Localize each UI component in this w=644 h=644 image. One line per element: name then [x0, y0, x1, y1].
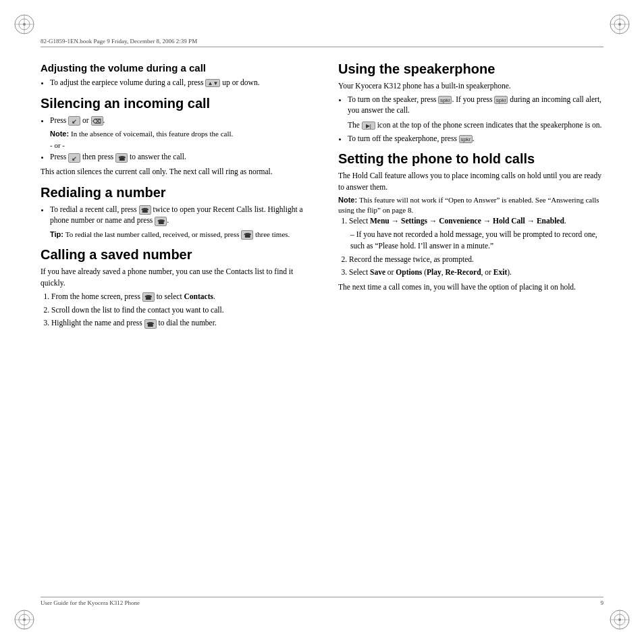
section-silencing: Silencing an incoming call Press ↙ or ⌫.…	[41, 95, 306, 178]
note-text-2: This feature will not work if “Open to A…	[338, 196, 599, 214]
corner-decoration-br	[608, 608, 632, 632]
section-title-silencing: Silencing an incoming call	[41, 95, 306, 111]
note-label-1: Note:	[50, 130, 69, 138]
hold-calls-substep: – If you have not recorded a hold messag…	[350, 229, 603, 251]
section-title-redialing: Redialing a number	[41, 184, 306, 200]
speakerphone-list: To turn on the speaker, press spkr. If y…	[338, 94, 603, 116]
header-bar: 82-G1859-1EN.book Page 9 Friday, Decembe…	[41, 38, 603, 47]
hold-calls-intro: The Hold Call feature allows you to plac…	[338, 170, 603, 192]
save-label: Save	[370, 268, 385, 276]
silencing-description: This action silences the current call on…	[41, 166, 306, 178]
corner-decoration-tr	[608, 12, 632, 36]
speakerphone-note-text: The ▶| icon at the top of the phone scre…	[348, 119, 603, 131]
header-text: 82-G1859-1EN.book Page 9 Friday, Decembe…	[41, 38, 197, 45]
adjusting-volume-list: To adjust the earpiece volume during a c…	[41, 77, 306, 88]
spkr-on-icon-2: spkr	[494, 96, 508, 104]
section-hold-calls: Setting the phone to hold calls The Hold…	[338, 151, 603, 292]
speakerphone-note: The ▶| icon at the top of the phone scre…	[348, 119, 603, 131]
speakerphone-list-2: To turn off the speakerphone, press spkr…	[338, 133, 603, 144]
section-adjusting-volume: Adjusting the volume during a call To ad…	[41, 62, 306, 88]
left-column: Adjusting the volume during a call To ad…	[41, 54, 313, 590]
volume-icon: ▲▼	[205, 79, 220, 87]
re-record-label: Re-Record	[446, 268, 481, 276]
dash-separator: - or -	[50, 140, 306, 152]
hold-calls-steps: Select Menu → Settings → Convenience → H…	[338, 215, 603, 277]
note-label-2: Note:	[338, 196, 357, 204]
note-text-1: In the absence of voicemail, this featur…	[71, 130, 233, 138]
section-calling-saved: Calling a saved number If you have alrea…	[41, 246, 306, 328]
hold-calls-step-3: Select Save or Options (Play, Re-Record,…	[349, 267, 603, 278]
speakerphone-intro: Your Kyocera K312 phone has a built-in s…	[338, 80, 603, 92]
hold-calls-note: Note: This feature will not work if “Ope…	[338, 195, 603, 216]
footer-left: User Guide for the Kyocera K312 Phone	[41, 599, 140, 606]
contacts-bold: Contacts	[184, 292, 213, 300]
svg-point-4	[23, 23, 26, 26]
page: 82-G1859-1EN.book Page 9 Friday, Decembe…	[0, 0, 644, 644]
section-redialing: Redialing a number To redial a recent ca…	[41, 184, 306, 240]
section-title-calling-saved: Calling a saved number	[41, 246, 306, 263]
corner-decoration-tl	[12, 12, 36, 36]
silencing-item-2: Press ↙ then press ☎ to answer the call.	[50, 151, 306, 163]
calling-saved-step-3: Highlight the name and press ☎ to dial t…	[51, 317, 306, 329]
send-icon-4: ☎	[241, 230, 253, 240]
section-title-hold-calls: Setting the phone to hold calls	[338, 151, 603, 167]
redialing-tip: Tip: To redial the last number called, r…	[50, 230, 306, 240]
section-title-adjusting-volume: Adjusting the volume during a call	[41, 62, 306, 74]
svg-point-14	[23, 618, 26, 621]
calling-saved-steps: From the home screen, press ☎ to select …	[41, 291, 306, 329]
section-speakerphone: Using the speakerphone Your Kyocera K312…	[338, 61, 603, 144]
hold-calls-step-1: Select Menu → Settings → Convenience → H…	[349, 215, 603, 251]
back-icon: ⌫	[91, 116, 103, 126]
section-title-speakerphone: Using the speakerphone	[338, 61, 603, 77]
play-label: Play	[427, 268, 441, 276]
right-column: Using the speakerphone Your Kyocera K312…	[331, 54, 603, 590]
spkr-indicator-icon: ▶|	[362, 122, 375, 130]
hold-calls-step-2: Record the message twice, as prompted.	[349, 254, 603, 265]
calling-saved-intro: If you have already saved a phone number…	[41, 266, 306, 288]
main-content: Adjusting the volume during a call To ad…	[41, 54, 603, 590]
svg-point-19	[618, 618, 621, 621]
spkr-off-icon: spkr	[459, 135, 473, 143]
silencing-note: Note: In the absence of voicemail, this …	[50, 129, 306, 139]
send-icon: ☎	[115, 153, 128, 163]
end-icon-2: ↙	[68, 153, 80, 163]
contacts-icon: ☎	[142, 292, 155, 302]
tip-label: Tip:	[50, 230, 63, 238]
speakerphone-item-1: To turn on the speaker, press spkr. If y…	[348, 94, 603, 116]
tip-text: To redial the last number called, receiv…	[65, 230, 290, 238]
spkr-on-icon: spkr	[438, 96, 452, 104]
menu-path: Menu → Settings → Convenience → Hold Cal…	[370, 217, 564, 225]
send-icon-3: ☎	[155, 217, 167, 226]
silencing-list-2: Press ↙ then press ☎ to answer the call.	[41, 151, 306, 163]
send-icon-2: ☎	[139, 205, 151, 215]
silencing-item-1: Press ↙ or ⌫.	[50, 115, 306, 126]
hold-calls-closing: The next time a call comes in, you will …	[338, 281, 603, 293]
calling-saved-step-1: From the home screen, press ☎ to select …	[51, 291, 306, 302]
options-label: Options	[396, 268, 422, 276]
speakerphone-item-2: To turn off the speakerphone, press spkr…	[348, 133, 603, 144]
svg-point-9	[618, 23, 621, 26]
footer-right: 9	[601, 599, 604, 606]
dial-icon: ☎	[144, 319, 157, 329]
adjusting-volume-item: To adjust the earpiece volume during a c…	[50, 77, 306, 88]
footer-bar: User Guide for the Kyocera K312 Phone 9	[41, 597, 603, 606]
calling-saved-step-2: Scroll down the list to find the contact…	[51, 304, 306, 316]
redialing-item: To redial a recent call, press ☎ twice t…	[50, 204, 306, 226]
silencing-list: Press ↙ or ⌫.	[41, 115, 306, 126]
exit-label: Exit	[493, 268, 507, 276]
end-icon: ↙	[68, 116, 80, 126]
redialing-list: To redial a recent call, press ☎ twice t…	[41, 204, 306, 226]
corner-decoration-bl	[12, 608, 36, 632]
